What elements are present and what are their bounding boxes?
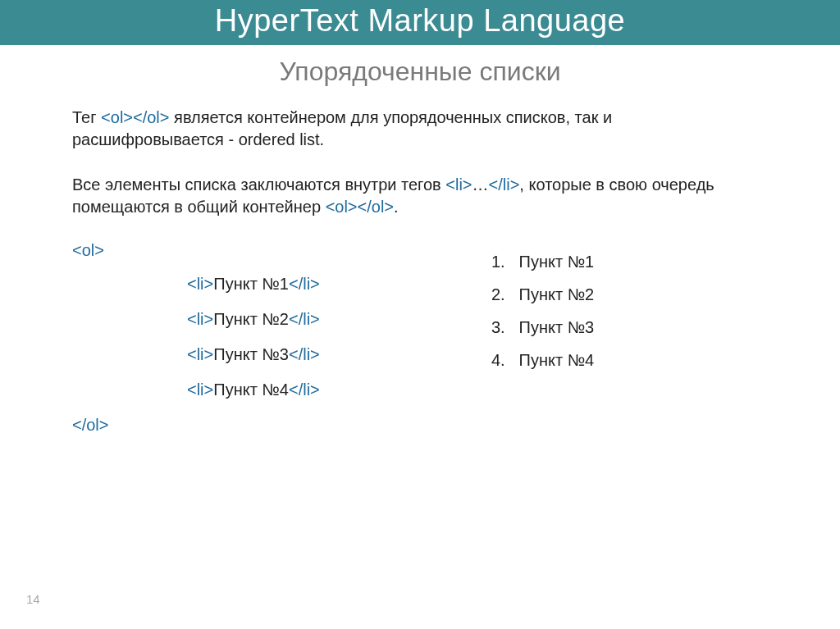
output-item-2: 2. Пункт №2	[491, 285, 768, 304]
output-item-3: 3. Пункт №3	[491, 318, 768, 337]
para2-tag1: <li>	[445, 175, 472, 194]
code-item-2: Пункт №2	[213, 310, 289, 328]
para2-p1: Все элементы списка заключаются внутри т…	[72, 175, 445, 194]
code-li-close-4: </li>	[289, 381, 320, 399]
output-item-1: 1. Пункт №1	[491, 253, 768, 271]
output-num-4: 4.	[491, 351, 514, 370]
code-ol-close: </ol>	[72, 416, 434, 435]
page-number: 14	[26, 592, 40, 606]
output-text-3: Пункт №3	[519, 318, 595, 336]
code-li-open-4: <li>	[187, 381, 213, 399]
code-ol-open: <ol>	[72, 241, 434, 260]
output-num-2: 2.	[491, 285, 514, 304]
para2-mid: …	[472, 175, 489, 194]
paragraph-2: Все элементы списка заключаются внутри т…	[72, 174, 768, 218]
slide-title: HyperText Markup Language	[215, 3, 625, 38]
code-li-3: <li>Пункт №3</li>	[187, 345, 434, 364]
output-text-4: Пункт №4	[519, 351, 595, 369]
code-li-open-3: <li>	[187, 345, 213, 363]
code-example-section: <ol> <li>Пункт №1</li> <li>Пункт №2</li>…	[72, 241, 768, 435]
para2-tag2: </li>	[489, 175, 520, 194]
para2-p3: .	[394, 198, 399, 216]
para1-prefix: Тег	[72, 108, 101, 126]
code-item-4: Пункт №4	[213, 381, 289, 399]
slide-content: Тег <ol></ol> является контейнером для у…	[0, 107, 840, 435]
code-li-close-1: </li>	[289, 275, 320, 293]
slide-header: HyperText Markup Language	[0, 0, 840, 45]
output-item-4: 4. Пункт №4	[491, 351, 768, 370]
code-item-1: Пункт №1	[213, 275, 289, 293]
output-num-3: 3.	[491, 318, 514, 337]
code-li-close-3: </li>	[289, 345, 320, 363]
code-item-3: Пункт №3	[213, 345, 289, 363]
output-block: 1. Пункт №1 2. Пункт №2 3. Пункт №3 4. П…	[434, 241, 768, 435]
paragraph-1: Тег <ol></ol> является контейнером для у…	[72, 107, 768, 151]
slide-subtitle: Упорядоченные списки	[0, 57, 840, 87]
output-num-1: 1.	[491, 253, 514, 271]
output-text-1: Пункт №1	[519, 253, 595, 271]
code-li-close-2: </li>	[289, 310, 320, 328]
code-li-2: <li>Пункт №2</li>	[187, 310, 434, 329]
code-block: <ol> <li>Пункт №1</li> <li>Пункт №2</li>…	[72, 241, 434, 435]
para2-tag3: <ol></ol>	[326, 198, 394, 216]
output-text-2: Пункт №2	[519, 285, 595, 303]
code-li-4: <li>Пункт №4</li>	[187, 381, 434, 399]
code-li-1: <li>Пункт №1</li>	[187, 275, 434, 294]
code-li-open-1: <li>	[187, 275, 213, 293]
code-li-open-2: <li>	[187, 310, 213, 328]
para1-tag: <ol></ol>	[101, 108, 169, 126]
